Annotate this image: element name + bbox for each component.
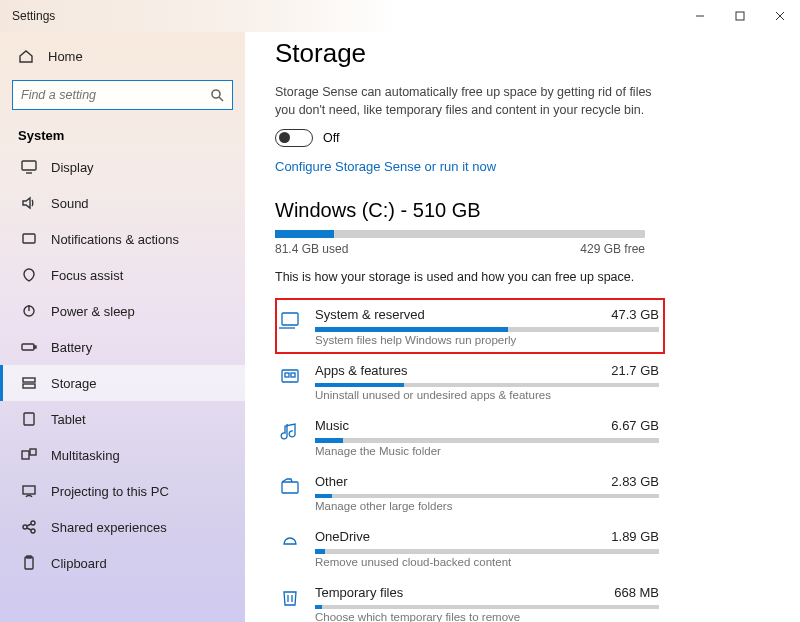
disk-used-fill xyxy=(275,230,334,238)
sidebar-item-notifications[interactable]: Notifications & actions xyxy=(0,221,245,257)
disk-used-label: 81.4 GB used xyxy=(275,242,348,256)
category-system-reserved[interactable]: System & reserved47.3 GBSystem files hel… xyxy=(275,298,665,354)
category-bar xyxy=(315,494,659,499)
display-icon xyxy=(21,159,37,175)
search-input-wrapper[interactable] xyxy=(12,80,233,110)
category-name: Temporary files xyxy=(315,585,403,600)
sidebar-item-tablet[interactable]: Tablet xyxy=(0,401,245,437)
category-size: 6.67 GB xyxy=(611,418,659,433)
svg-point-19 xyxy=(23,525,27,529)
sidebar-item-label: Clipboard xyxy=(51,556,107,571)
sidebar-item-label: Battery xyxy=(51,340,92,355)
notifications-icon xyxy=(21,231,37,247)
disk-free-label: 429 GB free xyxy=(580,242,645,256)
svg-rect-16 xyxy=(22,451,29,459)
svg-rect-1 xyxy=(736,12,744,20)
drive-title: Windows (C:) - 510 GB xyxy=(275,199,770,222)
minimize-button[interactable] xyxy=(680,0,720,32)
search-icon xyxy=(210,88,224,102)
tablet-icon xyxy=(21,411,37,427)
category-size: 1.89 GB xyxy=(611,529,659,544)
close-button[interactable] xyxy=(760,0,800,32)
battery-icon xyxy=(21,339,37,355)
svg-rect-11 xyxy=(22,344,34,350)
category-size: 47.3 GB xyxy=(611,307,659,322)
category-other[interactable]: Other2.83 GBManage other large folders xyxy=(275,465,665,521)
sidebar-item-clipboard[interactable]: Clipboard xyxy=(0,545,245,581)
svg-rect-29 xyxy=(285,373,289,377)
sidebar-item-label: Tablet xyxy=(51,412,86,427)
sidebar-item-power-sleep[interactable]: Power & sleep xyxy=(0,293,245,329)
sidebar-item-display[interactable]: Display xyxy=(0,149,245,185)
sidebar-item-storage[interactable]: Storage xyxy=(0,365,245,401)
clipboard-icon xyxy=(21,555,37,571)
category-bar xyxy=(315,605,659,610)
svg-rect-24 xyxy=(25,557,33,569)
sidebar-item-label: Shared experiences xyxy=(51,520,167,535)
svg-rect-6 xyxy=(22,161,36,170)
sidebar-item-shared-experiences[interactable]: Shared experiences xyxy=(0,509,245,545)
category-sub: Uninstall unused or undesired apps & fea… xyxy=(315,389,659,401)
multitasking-icon xyxy=(21,447,37,463)
svg-rect-15 xyxy=(24,413,34,425)
svg-rect-18 xyxy=(23,486,35,494)
sidebar-item-sound[interactable]: Sound xyxy=(0,185,245,221)
category-temporary-files[interactable]: Temporary files668 MBChoose which tempor… xyxy=(275,576,665,622)
storage-explain: This is how your storage is used and how… xyxy=(275,270,770,284)
svg-rect-17 xyxy=(30,449,36,455)
svg-line-22 xyxy=(27,524,31,526)
sidebar-section-system: System xyxy=(0,120,245,149)
storage-sense-desc: Storage Sense can automatically free up … xyxy=(275,83,675,119)
sidebar-item-multitasking[interactable]: Multitasking xyxy=(0,437,245,473)
disk-usage-bar xyxy=(275,230,645,238)
category-sub: Manage other large folders xyxy=(315,500,659,512)
sidebar-item-projecting[interactable]: Projecting to this PC xyxy=(0,473,245,509)
projecting-icon xyxy=(21,483,37,499)
svg-rect-31 xyxy=(282,482,298,493)
category-sub: Manage the Music folder xyxy=(315,445,659,457)
toggle-label: Off xyxy=(323,131,339,145)
category-icon xyxy=(279,531,301,553)
sidebar-item-label: Display xyxy=(51,160,94,175)
svg-rect-26 xyxy=(282,313,298,325)
svg-rect-8 xyxy=(23,234,35,243)
category-music[interactable]: Music6.67 GBManage the Music folder xyxy=(275,409,665,465)
category-bar xyxy=(315,383,659,388)
configure-link[interactable]: Configure Storage Sense or run it now xyxy=(275,159,496,174)
category-name: OneDrive xyxy=(315,529,370,544)
focus-assist-icon xyxy=(21,267,37,283)
home-icon xyxy=(18,48,34,64)
sidebar-item-label: Storage xyxy=(51,376,97,391)
category-sub: System files help Windows run properly xyxy=(315,334,659,346)
maximize-button[interactable] xyxy=(720,0,760,32)
category-sub: Remove unused cloud-backed content xyxy=(315,556,659,568)
category-onedrive[interactable]: OneDrive1.89 GBRemove unused cloud-backe… xyxy=(275,520,665,576)
category-size: 668 MB xyxy=(614,585,659,600)
category-icon xyxy=(279,365,301,387)
category-name: Apps & features xyxy=(315,363,408,378)
svg-line-23 xyxy=(27,528,31,530)
titlebar: Settings xyxy=(0,0,800,32)
category-icon xyxy=(279,420,301,442)
sidebar: Home System Display Sound Notifications … xyxy=(0,32,245,622)
sidebar-item-focus-assist[interactable]: Focus assist xyxy=(0,257,245,293)
svg-point-20 xyxy=(31,521,35,525)
svg-point-21 xyxy=(31,529,35,533)
storage-sense-toggle[interactable] xyxy=(275,129,313,147)
sidebar-item-battery[interactable]: Battery xyxy=(0,329,245,365)
storage-categories: System & reserved47.3 GBSystem files hel… xyxy=(275,298,770,622)
category-bar xyxy=(315,549,659,554)
svg-rect-12 xyxy=(34,346,36,348)
power-icon xyxy=(21,303,37,319)
sidebar-item-label: Sound xyxy=(51,196,89,211)
window-title: Settings xyxy=(0,9,55,23)
sidebar-home[interactable]: Home xyxy=(0,38,245,74)
svg-line-5 xyxy=(219,97,223,101)
svg-rect-13 xyxy=(23,378,35,382)
category-icon xyxy=(279,587,301,609)
search-input[interactable] xyxy=(21,88,210,102)
category-icon xyxy=(279,309,301,331)
category-bar xyxy=(315,438,659,443)
category-apps-features[interactable]: Apps & features21.7 GBUninstall unused o… xyxy=(275,354,665,410)
category-icon xyxy=(279,476,301,498)
